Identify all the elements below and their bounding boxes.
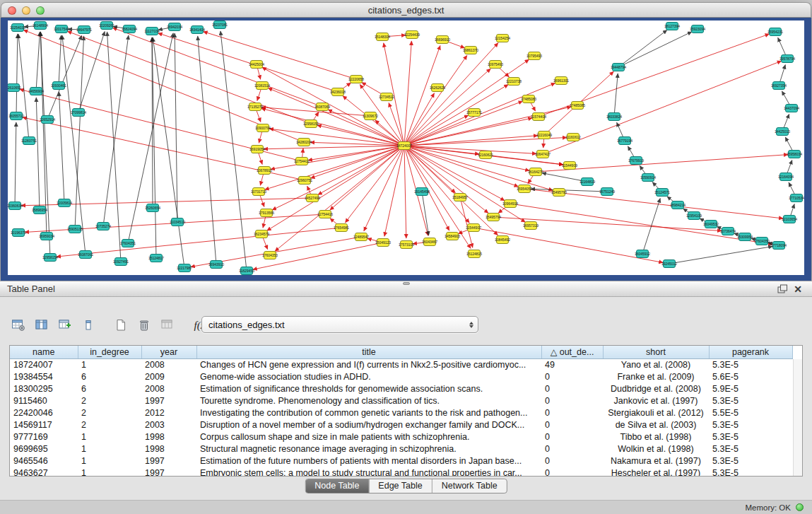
graph-node[interactable]: 16049532: [703, 221, 719, 228]
graph-node[interactable]: 17718094: [771, 242, 787, 250]
window-titlebar[interactable]: citations_edges.txt: [1, 2, 811, 18]
graph-node[interactable]: 16087069: [314, 103, 330, 111]
graph-node[interactable]: 10254033: [10, 24, 25, 32]
graph-node[interactable]: 12610651: [8, 84, 21, 92]
graph-node[interactable]: 14425013: [775, 128, 790, 136]
graph-node[interactable]: 16957319: [523, 222, 539, 230]
graph-node[interactable]: 17099814: [71, 109, 86, 117]
graph-node[interactable]: 10735274: [95, 223, 111, 230]
graph-node[interactable]: 19578794: [779, 55, 795, 63]
graph-node[interactable]: 10964918: [502, 200, 518, 208]
graph-node[interactable]: 10900794: [255, 124, 271, 132]
graph-node[interactable]: 12754416: [317, 211, 333, 218]
table-row[interactable]: 969969511998Structural magnetic resonanc…: [10, 443, 792, 455]
graph-node[interactable]: 12958154: [42, 254, 58, 262]
graph-node[interactable]: 10196373: [11, 229, 26, 237]
graph-node[interactable]: 15124815: [466, 250, 482, 258]
memory-status-icon[interactable]: [796, 503, 804, 511]
graph-node[interactable]: 19145498: [414, 188, 430, 196]
graph-node[interactable]: 18984214: [670, 201, 686, 209]
graph-node[interactable]: 12958151: [303, 120, 319, 128]
graph-node[interactable]: 16164270: [528, 168, 543, 176]
graph-node[interactable]: 12734512: [379, 93, 394, 101]
graph-node[interactable]: 19861370: [463, 47, 478, 54]
graph-node[interactable]: 15148304: [375, 33, 390, 41]
graph-node[interactable]: 10930461: [51, 82, 66, 90]
graph-node[interactable]: 12210738: [506, 78, 522, 86]
table-select[interactable]: citations_edges.txt: [201, 316, 478, 333]
graph-node[interactable]: 14584903: [445, 233, 460, 240]
graph-node[interactable]: 14656904: [28, 88, 44, 95]
graph-node[interactable]: 15124571: [654, 189, 670, 197]
graph-node[interactable]: 17485085: [570, 102, 585, 110]
table-vertical-scrollbar[interactable]: [793, 359, 802, 476]
table-row[interactable]: 1872400712008Changes of HCN gene express…: [10, 358, 792, 371]
graph-node[interactable]: 15309954: [737, 233, 753, 241]
graph-node[interactable]: 16942034: [167, 23, 182, 31]
graph-node[interactable]: 11309672: [363, 112, 378, 120]
column-header-out_de[interactable]: △ out_de...: [541, 346, 603, 358]
graph-node[interactable]: 15824094: [122, 25, 137, 33]
graph-node[interactable]: 20360634: [8, 202, 23, 210]
graph-node[interactable]: 15905135: [67, 226, 83, 233]
float-panel-button[interactable]: [775, 284, 791, 293]
minimize-window-button[interactable]: [22, 6, 30, 15]
graph-node[interactable]: 10975493: [488, 61, 503, 69]
graph-node[interactable]: 11574408: [531, 113, 546, 121]
graph-node[interactable]: 11160612: [565, 134, 581, 141]
graph-node[interactable]: 17913566: [259, 209, 274, 217]
graph-node[interactable]: 12217987: [177, 264, 192, 272]
graph-node[interactable]: 12220658: [348, 76, 364, 83]
graph-node[interactable]: 10795493: [526, 52, 542, 60]
network-canvas[interactable]: 1872400715148304122544391669691019861370…: [8, 21, 804, 275]
graph-node[interactable]: 15237081: [212, 21, 228, 29]
graph-node[interactable]: 16234579: [254, 230, 269, 238]
graph-node[interactable]: 18724007: [396, 142, 412, 150]
close-panel-button[interactable]: ✕: [791, 284, 805, 294]
graph-node[interactable]: 12160621: [478, 151, 493, 159]
graph-node[interactable]: 15049123: [375, 239, 391, 247]
zoom-window-button[interactable]: [36, 6, 45, 15]
tab-edge-table[interactable]: Edge Table: [369, 479, 432, 493]
column-header-name[interactable]: name: [10, 346, 78, 358]
graph-node[interactable]: 14236018: [330, 88, 346, 96]
graph-node[interactable]: 17710534: [789, 194, 804, 202]
graph-node[interactable]: 16696910: [435, 36, 450, 44]
column-header-pagerank[interactable]: pagerank: [709, 346, 792, 358]
column-header-short[interactable]: short: [603, 346, 709, 358]
table-row[interactable]: 1456911722003Disruption of a novel membe…: [10, 419, 792, 431]
graph-node[interactable]: 12103654: [782, 216, 797, 223]
graph-node[interactable]: 11544907: [466, 224, 481, 232]
graph-node[interactable]: 11034519: [170, 218, 185, 226]
graph-node[interactable]: 17485083: [521, 95, 536, 103]
graph-node[interactable]: 12489547: [353, 233, 369, 241]
graph-node[interactable]: 19245012: [661, 260, 677, 268]
show-columns-button[interactable]: [32, 316, 52, 334]
graph-node[interactable]: 15923094: [690, 25, 705, 33]
graph-node[interactable]: 17604350: [754, 238, 770, 245]
graph-node[interactable]: 16943910: [208, 261, 224, 269]
graph-node[interactable]: 15124817: [148, 255, 164, 262]
graph-node[interactable]: 10731713: [251, 188, 266, 196]
close-window-button[interactable]: [8, 6, 16, 15]
graph-node[interactable]: 12954109: [686, 212, 702, 220]
graph-node[interactable]: 17604351: [120, 240, 136, 247]
graph-node[interactable]: 16045912: [635, 250, 650, 258]
graph-node[interactable]: 16959034: [39, 233, 54, 240]
table-row[interactable]: 946362711997Embryonic stem cells: a mode…: [10, 467, 792, 477]
graph-node[interactable]: 15958034: [787, 151, 802, 158]
table-row[interactable]: 2242004622012Investigating the contribut…: [10, 407, 792, 419]
delete-button[interactable]: [134, 316, 154, 334]
graph-node[interactable]: 16055710: [8, 112, 24, 120]
graph-node[interactable]: 10845492: [495, 236, 510, 244]
import-table-button[interactable]: [158, 316, 177, 334]
graph-node[interactable]: 15954231: [767, 28, 783, 36]
network-graph[interactable]: 1872400715148304122544391669691019861370…: [8, 21, 804, 275]
graph-node[interactable]: 17135279: [247, 103, 263, 111]
table-row[interactable]: 1938455462009Genome-wide association stu…: [10, 371, 792, 383]
graph-node[interactable]: 15954057: [517, 185, 532, 193]
graph-node[interactable]: 14527493: [305, 194, 320, 202]
graph-node[interactable]: 10590914: [640, 174, 656, 182]
graph-node[interactable]: 16779194: [617, 137, 632, 145]
graph-node[interactable]: 12754412: [294, 158, 310, 165]
